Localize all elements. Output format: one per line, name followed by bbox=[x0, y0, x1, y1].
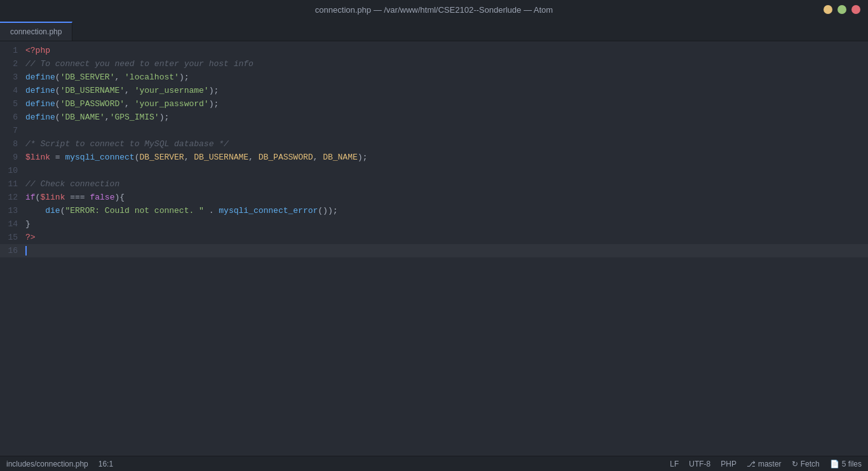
code-line: 8/* Script to connect to MySQL database … bbox=[0, 137, 868, 151]
code-line: 15?> bbox=[0, 231, 868, 244]
encoding-status: LF bbox=[670, 460, 679, 468]
code-line: 4define('DB_USERNAME', 'your_username'); bbox=[0, 84, 868, 97]
line-content: if($link === false){ bbox=[25, 191, 868, 204]
line-content: ?> bbox=[25, 231, 868, 244]
code-line: 10 bbox=[0, 164, 868, 177]
line-content: define('DB_SERVER', 'localhost'); bbox=[25, 71, 868, 84]
charset-label: UTF-8 bbox=[689, 460, 710, 468]
statusbar: includes/connection.php 16:1 LF UTF-8 PH… bbox=[0, 456, 868, 471]
code-line: 16 bbox=[0, 244, 868, 257]
minimize-button[interactable] bbox=[824, 5, 832, 14]
code-line: 14} bbox=[0, 217, 868, 231]
line-content bbox=[25, 244, 868, 257]
charset-status: UTF-8 bbox=[689, 460, 710, 468]
code-line: 1<?php bbox=[0, 44, 868, 57]
line-content: die("ERROR: Could not connect. " . mysql… bbox=[25, 204, 868, 217]
line-content: /* Script to connect to MySQL database *… bbox=[25, 137, 868, 151]
line-content: // Check connection bbox=[25, 177, 868, 191]
line-content: // To connect you need to enter your hos… bbox=[25, 57, 868, 71]
line-number: 12 bbox=[0, 191, 25, 204]
line-content: define('DB_USERNAME', 'your_username'); bbox=[25, 84, 868, 97]
fetch-icon: ↻ bbox=[792, 460, 798, 468]
line-number: 2 bbox=[0, 57, 25, 71]
code-line: 7 bbox=[0, 124, 868, 137]
fetch-label: Fetch bbox=[801, 460, 820, 468]
branch-label: master bbox=[758, 460, 782, 468]
close-button[interactable] bbox=[851, 5, 860, 14]
code-line: 3define('DB_SERVER', 'localhost'); bbox=[0, 71, 868, 84]
titlebar: connection.php — /var/www/html/CSE2102--… bbox=[0, 0, 868, 19]
line-content: $link = mysqli_connect(DB_SERVER, DB_USE… bbox=[25, 151, 868, 164]
branch-status[interactable]: ⎇ master bbox=[747, 460, 782, 468]
code-line: 12if($link === false){ bbox=[0, 191, 868, 204]
code-line: 2// To connect you need to enter your ho… bbox=[0, 57, 868, 71]
line-content: } bbox=[25, 217, 868, 231]
line-number: 10 bbox=[0, 164, 25, 177]
cursor-status: 16:1 bbox=[98, 460, 113, 468]
tab-connection-php[interactable]: connection.php bbox=[0, 22, 72, 41]
line-number: 5 bbox=[0, 97, 25, 111]
fetch-status[interactable]: ↻ Fetch bbox=[792, 460, 820, 468]
language-status: PHP bbox=[721, 460, 736, 468]
line-number: 3 bbox=[0, 71, 25, 84]
line-content: define('DB_NAME','GPS_IMIS'); bbox=[25, 111, 868, 124]
files-label: 5 files bbox=[842, 460, 862, 468]
line-number: 8 bbox=[0, 137, 25, 151]
git-icon: ⎇ bbox=[747, 460, 756, 468]
window-controls bbox=[824, 5, 860, 14]
line-number: 14 bbox=[0, 217, 25, 231]
maximize-button[interactable] bbox=[837, 5, 846, 14]
filepath-label: includes/connection.php bbox=[6, 460, 88, 468]
line-content: <?php bbox=[25, 44, 868, 57]
tab-label: connection.php bbox=[10, 27, 62, 36]
tabbar: connection.php bbox=[0, 19, 868, 41]
window-title: connection.php — /var/www/html/CSE2102--… bbox=[315, 5, 553, 15]
language-label: PHP bbox=[721, 460, 736, 468]
files-status[interactable]: 📄 5 files bbox=[830, 460, 862, 468]
line-number: 1 bbox=[0, 44, 25, 57]
filepath-status: includes/connection.php bbox=[6, 460, 88, 468]
code-line: 9$link = mysqli_connect(DB_SERVER, DB_US… bbox=[0, 151, 868, 164]
code-line: 11// Check connection bbox=[0, 177, 868, 191]
editor-body: 1<?php2// To connect you need to enter y… bbox=[0, 41, 868, 456]
line-number: 7 bbox=[0, 124, 25, 137]
line-number: 11 bbox=[0, 177, 25, 191]
code-line: 13 die("ERROR: Could not connect. " . my… bbox=[0, 204, 868, 217]
line-number: 15 bbox=[0, 231, 25, 244]
line-number: 16 bbox=[0, 244, 25, 257]
line-content: define('DB_PASSWORD', 'your_password'); bbox=[25, 97, 868, 111]
line-number: 13 bbox=[0, 204, 25, 217]
line-number: 6 bbox=[0, 111, 25, 124]
cursor-label: 16:1 bbox=[98, 460, 113, 468]
code-line: 6define('DB_NAME','GPS_IMIS'); bbox=[0, 111, 868, 124]
code-editor[interactable]: 1<?php2// To connect you need to enter y… bbox=[0, 41, 868, 456]
text-cursor bbox=[25, 246, 27, 256]
code-line: 5define('DB_PASSWORD', 'your_password'); bbox=[0, 97, 868, 111]
encoding-label: LF bbox=[670, 460, 679, 468]
files-icon: 📄 bbox=[830, 460, 839, 468]
line-number: 9 bbox=[0, 151, 25, 164]
line-number: 4 bbox=[0, 84, 25, 97]
statusbar-right: LF UTF-8 PHP ⎇ master ↻ Fetch 📄 5 files bbox=[670, 460, 862, 468]
statusbar-left: includes/connection.php 16:1 bbox=[6, 460, 113, 468]
